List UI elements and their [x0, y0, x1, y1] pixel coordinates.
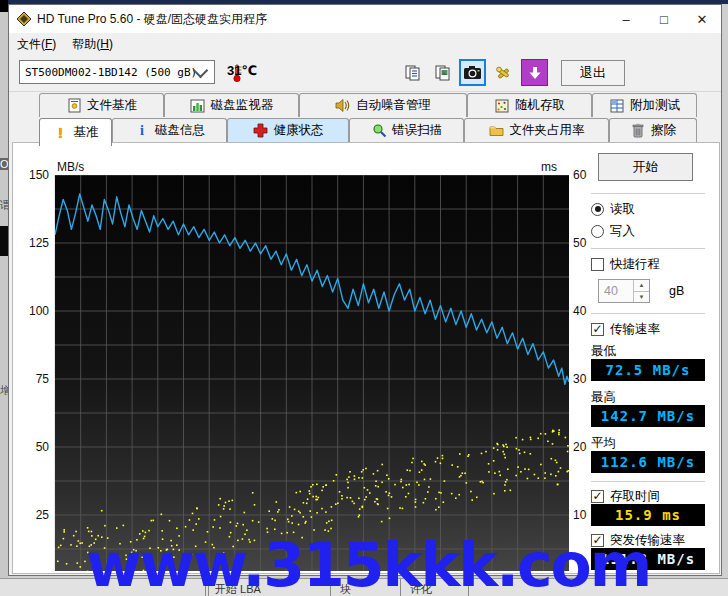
- tab-benchmark[interactable]: ! 基准: [39, 118, 112, 146]
- stepper-value: 40: [599, 280, 633, 302]
- drive-select-value: ST500DM002-1BD142 (500 gB): [20, 66, 195, 79]
- camera-icon: [463, 65, 482, 80]
- transfer-rate-checkbox[interactable]: ✓ 传输速率: [591, 321, 660, 337]
- bg-fragment: 增: [0, 383, 8, 398]
- copy-image-icon: [434, 64, 452, 82]
- short-stroke-unit: gB: [669, 284, 684, 298]
- right-tick: 60: [573, 168, 586, 182]
- max-label: 最高: [591, 389, 616, 406]
- window-title: HD Tune Pro 5.60 - 硬盘/固态硬盘实用程序: [37, 11, 267, 28]
- avg-speed-display: 112.6 MB/s: [591, 451, 705, 473]
- options-button[interactable]: [489, 59, 516, 86]
- right-tick: 40: [573, 304, 586, 318]
- bg-fragment: 谓: [0, 198, 8, 213]
- magnifier-icon: [371, 123, 387, 139]
- write-radio[interactable]: 写入: [591, 223, 635, 239]
- right-tick: 20: [573, 440, 586, 454]
- tab-folder-usage[interactable]: 文件夹占用率: [464, 118, 609, 142]
- exit-button[interactable]: 退出: [561, 60, 625, 86]
- start-button[interactable]: 开始: [598, 153, 693, 181]
- menubar: 文件(F) 帮助(H): [9, 33, 721, 57]
- tab-disk-info[interactable]: i 磁盘信息: [112, 118, 227, 142]
- tab-error-scan[interactable]: 错误扫描: [349, 118, 464, 142]
- screenshot-button[interactable]: [459, 59, 486, 86]
- close-button[interactable]: ✕: [683, 5, 721, 33]
- benchmark-icon: !: [53, 125, 69, 141]
- menu-help[interactable]: 帮助(H): [64, 33, 121, 56]
- bg-fragment: Oe: [0, 158, 8, 170]
- left-tick: 100: [19, 304, 49, 318]
- read-radio[interactable]: 读取: [591, 201, 635, 217]
- tab-aam[interactable]: 自动噪音管理: [299, 93, 467, 117]
- download-icon: [527, 65, 543, 81]
- radio-icon: [591, 203, 604, 216]
- stepper-arrows[interactable]: ▲▼: [633, 280, 649, 302]
- avg-label: 平均: [591, 435, 616, 452]
- copy-image-button[interactable]: [429, 59, 456, 86]
- short-stroke-checkbox[interactable]: 快捷行程: [591, 256, 660, 272]
- min-speed-display: 72.5 MB/s: [591, 359, 705, 381]
- chevron-down-icon: [193, 62, 209, 78]
- tab-erase[interactable]: 擦除: [609, 118, 697, 142]
- trash-icon: [630, 123, 646, 139]
- tab-row-bottom: ! 基准 i 磁盘信息 健康状态 错误扫描: [39, 118, 697, 143]
- tab-random-access[interactable]: 随机存取: [467, 93, 592, 117]
- copy-text-button[interactable]: [399, 59, 426, 86]
- app-icon: [17, 12, 31, 26]
- tools-icon: [494, 64, 512, 82]
- access-time-checkbox[interactable]: ✓ 存取时间: [591, 488, 660, 504]
- health-cross-icon: [253, 123, 269, 139]
- update-button[interactable]: [521, 59, 548, 86]
- tab-row-top: 文件基准 磁盘监视器 自动噪音管理 随机存取: [39, 93, 697, 118]
- radio-icon: [591, 225, 604, 238]
- copy-text-icon: [404, 64, 422, 82]
- right-tick: 50: [573, 236, 586, 250]
- left-tick: 25: [19, 508, 49, 522]
- arrow-down-icon: ▼: [634, 292, 649, 303]
- left-tick: 75: [19, 372, 49, 386]
- tab-disk-monitor[interactable]: 磁盘监视器: [164, 93, 299, 117]
- speaker-icon: [335, 98, 351, 114]
- access-time-display: 15.9 ms: [591, 504, 705, 526]
- tab-file-benchmark[interactable]: 文件基准: [39, 93, 164, 117]
- right-tick: 10: [573, 508, 586, 522]
- minimize-button[interactable]: –: [607, 5, 645, 33]
- titlebar[interactable]: HD Tune Pro 5.60 - 硬盘/固态硬盘实用程序 – □ ✕: [9, 5, 721, 33]
- benchmark-chart: [54, 175, 569, 571]
- random-dots-icon: [494, 98, 510, 114]
- screen: Oe 谓 增 开始 LBA 块 许化 HD Tune Pro 5.60 - 硬盘…: [0, 0, 728, 596]
- menu-file[interactable]: 文件(F): [9, 33, 64, 56]
- tab-extra-tests[interactable]: 附加测试: [592, 93, 697, 117]
- maximize-button[interactable]: □: [645, 5, 683, 33]
- extra-tests-icon: [609, 98, 625, 114]
- temperature-value: 31℃: [227, 63, 257, 78]
- min-label: 最低: [591, 343, 616, 360]
- left-axis-unit: MB/s: [57, 160, 84, 174]
- tab-health[interactable]: 健康状态: [227, 118, 349, 142]
- checkbox-icon: [591, 258, 604, 271]
- drive-select[interactable]: ST500DM002-1BD142 (500 gB): [19, 60, 215, 84]
- folder-icon: [489, 123, 505, 139]
- left-tick: 125: [19, 236, 49, 250]
- left-tick: 50: [19, 440, 49, 454]
- checkbox-checked-icon: ✓: [591, 490, 604, 503]
- right-tick: 30: [573, 372, 586, 386]
- file-benchmark-icon: [66, 98, 82, 114]
- left-tick: 150: [19, 168, 49, 182]
- info-icon: i: [134, 123, 150, 139]
- short-stroke-size-stepper[interactable]: 40 ▲▼: [598, 279, 650, 303]
- arrow-up-icon: ▲: [634, 280, 649, 292]
- max-speed-display: 142.7 MB/s: [591, 405, 705, 427]
- hdtune-window: HD Tune Pro 5.60 - 硬盘/固态硬盘实用程序 – □ ✕ 文件(…: [8, 4, 722, 576]
- watermark: www.315kkk.com: [86, 529, 650, 596]
- disk-monitor-icon: [190, 98, 206, 114]
- right-axis-unit: ms: [541, 160, 557, 174]
- checkbox-checked-icon: ✓: [591, 323, 604, 336]
- background-left-sliver: Oe 谓 增: [0, 0, 8, 596]
- chart-canvas: [55, 175, 569, 571]
- toolbar: ST500DM002-1BD142 (500 gB) 31℃: [9, 56, 721, 92]
